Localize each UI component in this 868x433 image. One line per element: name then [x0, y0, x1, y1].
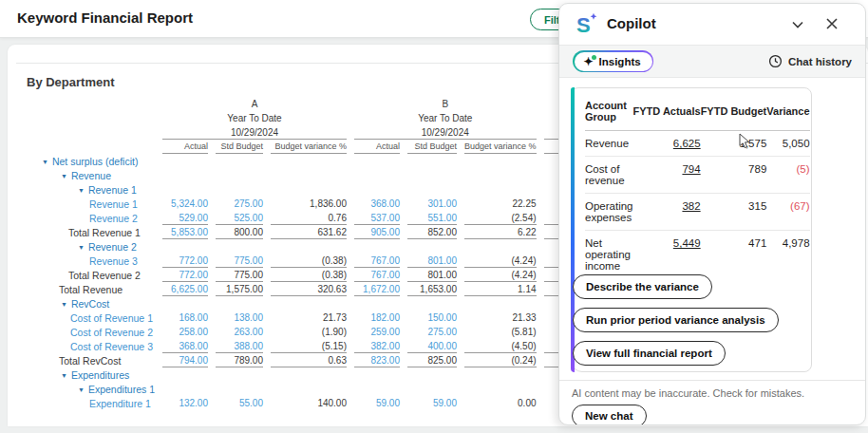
collapse-triangle-icon[interactable]: ▼ [61, 372, 67, 379]
table-cell[interactable]: 150.00 [407, 311, 457, 325]
svg-text:S: S [576, 13, 591, 35]
table-cell [354, 296, 400, 311]
table-cell: 320.63 [271, 282, 347, 296]
row-label[interactable]: Cost of Revenue 2 [25, 325, 155, 339]
row-label[interactable]: Revenue 1 [25, 197, 155, 211]
table-cell [464, 296, 537, 311]
table-row: Revenue6,6251,5755,050 [585, 131, 810, 157]
table-cell[interactable]: 275.00 [407, 325, 457, 339]
table-cell[interactable]: 263.00 [216, 325, 263, 339]
collapse-triangle-icon[interactable]: ▼ [61, 173, 67, 179]
row-group-label[interactable]: ▼Expenditures [25, 367, 155, 382]
actuals-link[interactable]: 382 [682, 200, 700, 212]
table-cell[interactable]: 772.00 [162, 268, 208, 282]
actuals-link[interactable]: 794 [682, 163, 700, 175]
actuals-cell[interactable]: 6,625 [633, 131, 701, 157]
table-row: ▼Net surplus (deficit) [25, 154, 613, 168]
table-cell[interactable]: 794.00 [162, 353, 208, 367]
row-label[interactable]: Cost of Revenue 3 [25, 339, 155, 353]
table-cell [271, 239, 347, 254]
table-cell [464, 239, 537, 254]
table-cell[interactable]: 775.00 [216, 254, 263, 268]
collapse-triangle-icon[interactable]: ▼ [78, 244, 85, 251]
table-row: Total Revenue 2772.00775.00(0.38)767.008… [25, 268, 613, 282]
row-group-label[interactable]: ▼Revenue 2 [25, 239, 155, 254]
table-row: ▼Expenditures [25, 367, 613, 382]
table-cell[interactable]: 55.00 [216, 396, 263, 410]
table-cell[interactable]: 59.00 [354, 396, 400, 410]
table-cell: 775.00 [216, 268, 263, 282]
table-cell[interactable]: 388.00 [216, 339, 263, 353]
table-cell [162, 168, 208, 182]
chat-history-button[interactable]: Chat history [768, 54, 852, 68]
table-cell[interactable]: 823.00 [354, 353, 400, 367]
account-group-cell: Operating expenses [585, 194, 633, 231]
table-cell[interactable]: 275.00 [216, 197, 263, 211]
table-cell[interactable]: 138.00 [216, 311, 263, 325]
insights-button[interactable]: ✦ Insights [573, 50, 653, 72]
table-cell[interactable]: 382.00 [354, 339, 400, 353]
row-label[interactable]: Revenue 3 [25, 254, 155, 268]
table-cell [354, 382, 400, 396]
table-cell[interactable]: 767.00 [354, 268, 400, 282]
new-chat-button[interactable]: New chat [572, 405, 647, 425]
table-cell[interactable]: 368.00 [354, 197, 400, 211]
table-cell[interactable]: 551.00 [407, 211, 457, 225]
collapse-triangle-icon[interactable]: ▼ [61, 301, 67, 308]
row-label[interactable]: Cost of Revenue 1 [25, 311, 155, 325]
table-cell: 6.22 [464, 225, 537, 239]
view-full-report-button[interactable]: View full financial report [573, 341, 726, 366]
table-cell [162, 382, 208, 396]
prior-period-analysis-button[interactable]: Run prior period variance analysis [573, 308, 779, 332]
actuals-cell[interactable]: 794 [633, 157, 701, 194]
table-cell [216, 296, 263, 311]
table-cell: (4.50) [464, 339, 537, 353]
table-row: Revenue 3772.00775.00(0.38)767.00801.00(… [25, 254, 613, 268]
table-cell[interactable]: 5,853.00 [162, 225, 208, 239]
table-cell [271, 182, 347, 197]
row-label[interactable]: Expenditure 1 [25, 396, 155, 410]
row-group-label[interactable]: ▼Revenue 1 [25, 182, 155, 197]
table-cell[interactable]: 6,625.00 [162, 282, 208, 296]
table-cell[interactable]: 525.00 [216, 211, 263, 225]
table-cell [162, 154, 208, 168]
table-cell[interactable]: 400.00 [407, 339, 457, 353]
close-icon[interactable] [823, 15, 840, 32]
account-group-cell: Revenue [585, 131, 633, 157]
table-cell[interactable]: 182.00 [354, 311, 400, 325]
table-cell: 1,836.00 [271, 197, 347, 211]
table-cell[interactable]: 5,324.00 [162, 197, 208, 211]
chevron-down-icon[interactable] [789, 16, 806, 33]
table-cell[interactable]: 258.00 [162, 325, 208, 339]
table-cell[interactable]: 1,672.00 [354, 282, 400, 296]
table-cell[interactable]: 259.00 [354, 325, 400, 339]
table-row: Cost of Revenue 3368.00388.00(5.15)382.0… [25, 339, 613, 353]
collapse-triangle-icon[interactable]: ▼ [78, 386, 85, 393]
row-group-label[interactable]: ▼RevCost [25, 296, 155, 311]
table-cell[interactable]: 301.00 [407, 197, 457, 211]
row-group-label[interactable]: ▼Revenue [25, 168, 155, 182]
table-cell[interactable]: 368.00 [162, 339, 208, 353]
describe-variance-button[interactable]: Describe the variance [573, 274, 712, 299]
table-cell[interactable]: 132.00 [162, 396, 208, 410]
table-cell[interactable]: 905.00 [354, 225, 400, 239]
table-row: ▼RevCost [25, 296, 613, 311]
table-cell[interactable]: 772.00 [162, 254, 208, 268]
table-cell[interactable]: 767.00 [354, 254, 400, 268]
row-group-label[interactable]: ▼Net surplus (deficit) [25, 154, 155, 168]
collapse-triangle-icon[interactable]: ▼ [78, 187, 85, 194]
actuals-cell[interactable]: 5,449 [633, 231, 701, 279]
table-cell[interactable]: 59.00 [407, 396, 457, 410]
table-cell[interactable]: 529.00 [162, 211, 208, 225]
table-cell[interactable]: 801.00 [407, 254, 457, 268]
table-cell[interactable]: 168.00 [162, 311, 208, 325]
row-group-label[interactable]: ▼Expenditures 1 [25, 382, 155, 396]
row-label[interactable]: Revenue 2 [25, 211, 155, 225]
actuals-cell[interactable]: 382 [633, 194, 701, 231]
actuals-link[interactable]: 5,449 [673, 237, 701, 249]
actuals-link[interactable]: 6,625 [673, 138, 701, 149]
table-cell[interactable]: 537.00 [354, 211, 400, 225]
table-cell: (5.15) [271, 339, 347, 353]
collapse-triangle-icon[interactable]: ▼ [42, 159, 48, 165]
group-period-row: Year To Date Year To Date [25, 111, 613, 125]
